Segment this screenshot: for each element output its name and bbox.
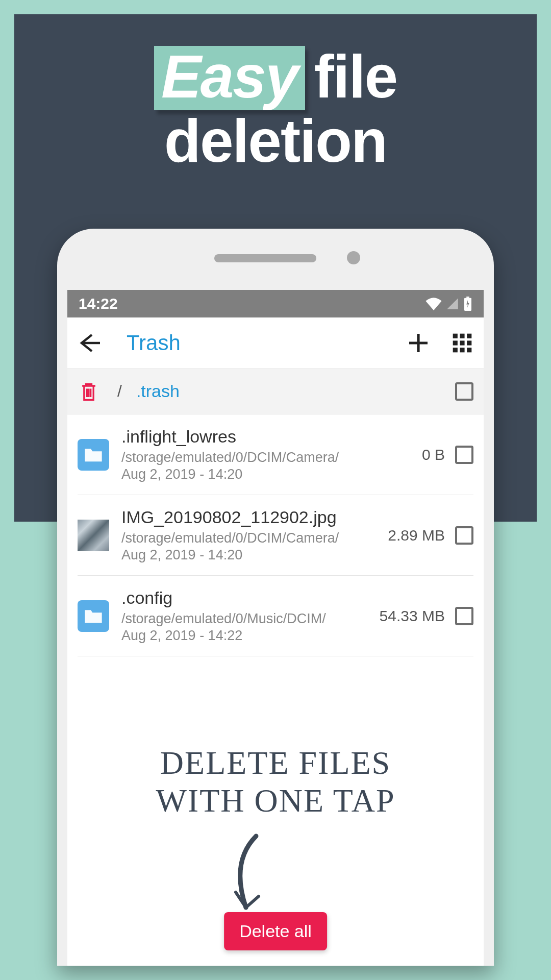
file-name: .config — [121, 588, 380, 608]
svg-rect-6 — [460, 340, 464, 345]
svg-rect-4 — [467, 333, 471, 338]
breadcrumb-folder[interactable]: .trash — [136, 381, 180, 401]
file-path: /storage/emulated/0/DCIM/Camera/ — [121, 530, 388, 546]
image-thumbnail-icon — [78, 520, 109, 551]
phone-frame: 14:22 Trash — [57, 229, 494, 966]
file-list: .inflight_lowres /storage/emulated/0/DCI… — [67, 414, 484, 656]
svg-rect-9 — [460, 348, 464, 352]
wifi-icon — [425, 297, 442, 310]
breadcrumb-separator: / — [117, 382, 122, 401]
file-name: IMG_20190802_112902.jpg — [121, 507, 388, 527]
file-size: 2.89 MB — [388, 527, 445, 544]
file-date: Aug 2, 2019 - 14:22 — [121, 628, 380, 644]
add-icon[interactable] — [406, 331, 431, 355]
grid-view-icon[interactable] — [451, 332, 473, 354]
status-time: 14:22 — [79, 295, 118, 312]
delete-all-button[interactable]: Delete all — [224, 912, 327, 950]
headline-easy: Easy — [154, 46, 305, 110]
file-checkbox[interactable] — [455, 607, 473, 625]
phone-screen: 14:22 Trash — [67, 290, 484, 966]
svg-rect-5 — [453, 340, 458, 345]
callout-line-1: DELETE FILES — [67, 744, 484, 782]
svg-rect-2 — [453, 333, 458, 338]
file-checkbox[interactable] — [455, 526, 473, 545]
promo-callout: DELETE FILES WITH ONE TAP — [67, 744, 484, 819]
svg-rect-10 — [467, 348, 471, 352]
phone-camera — [347, 251, 360, 264]
folder-icon — [78, 600, 109, 632]
trash-icon[interactable] — [78, 380, 100, 403]
file-date: Aug 2, 2019 - 14:20 — [121, 467, 422, 482]
file-row[interactable]: .inflight_lowres /storage/emulated/0/DCI… — [78, 414, 473, 495]
folder-icon — [78, 439, 109, 471]
file-size: 0 B — [422, 446, 445, 463]
svg-rect-7 — [467, 340, 471, 345]
phone-bezel-top — [57, 229, 494, 290]
file-size: 54.33 MB — [380, 607, 445, 625]
file-date: Aug 2, 2019 - 14:20 — [121, 547, 388, 563]
status-bar: 14:22 — [67, 290, 484, 317]
headline-deletion: deletion — [164, 107, 387, 175]
svg-rect-1 — [466, 297, 469, 298]
signal-icon — [446, 297, 459, 310]
battery-icon — [463, 297, 472, 311]
file-checkbox[interactable] — [455, 446, 473, 464]
svg-rect-8 — [453, 348, 458, 352]
phone-speaker — [214, 254, 316, 262]
file-path: /storage/emulated/0/DCIM/Camera/ — [121, 450, 422, 465]
callout-line-2: WITH ONE TAP — [67, 782, 484, 820]
file-path: /storage/emulated/0/Music/DCIM/ — [121, 611, 380, 627]
back-icon[interactable] — [78, 331, 102, 355]
status-icons — [425, 297, 472, 311]
select-all-checkbox[interactable] — [455, 382, 473, 401]
app-title: Trash — [127, 331, 181, 355]
file-row[interactable]: .config /storage/emulated/0/Music/DCIM/ … — [78, 576, 473, 656]
file-row[interactable]: IMG_20190802_112902.jpg /storage/emulate… — [78, 495, 473, 576]
app-bar: Trash — [67, 317, 484, 369]
promo-headline: Easyfile deletion — [0, 46, 551, 172]
breadcrumb: / .trash — [67, 369, 484, 414]
arrow-icon — [210, 831, 282, 925]
file-name: .inflight_lowres — [121, 427, 422, 447]
svg-rect-3 — [460, 333, 464, 338]
headline-file: file — [314, 43, 397, 110]
